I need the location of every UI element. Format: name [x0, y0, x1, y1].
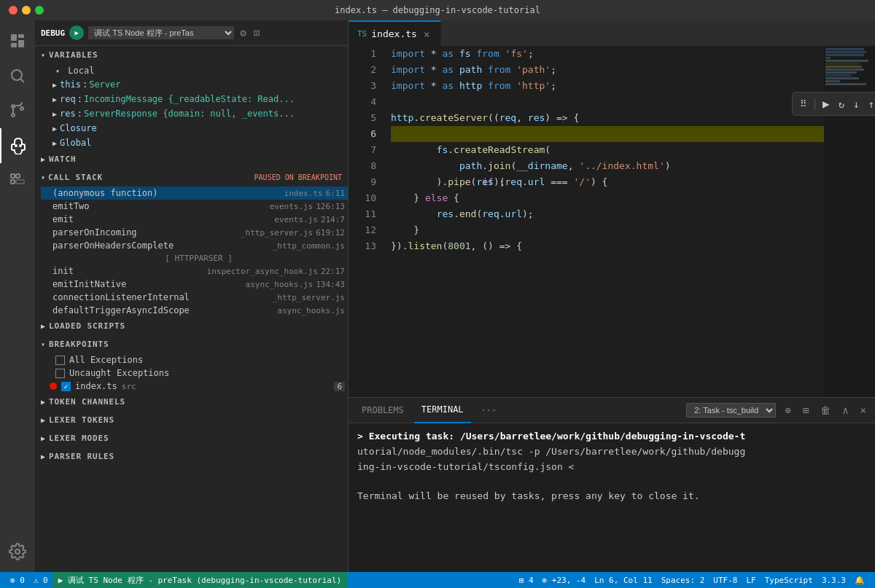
panel-up-icon[interactable]: ∧ — [839, 403, 851, 418]
bp-checkbox-index[interactable]: ✓ — [61, 382, 71, 391]
tab-close-icon[interactable]: × — [421, 28, 432, 41]
stack-item-7[interactable]: connectionListenerInternal _http_server.… — [41, 291, 348, 304]
stack-name-4: parserOnHeadersComplete — [52, 240, 273, 251]
status-debug-session[interactable]: ▶ 调试 TS Node 程序 - preTask (debugging-in-… — [52, 572, 347, 588]
status-warnings[interactable]: ⚠ 0 — [29, 572, 52, 588]
status-files[interactable]: ⊞ 4 — [515, 572, 538, 588]
status-bar: ⊗ 0 ⚠ 0 ▶ 调试 TS Node 程序 - preTask (debug… — [0, 572, 875, 588]
status-spaces[interactable]: Spaces: 2 — [657, 572, 709, 588]
ln-11: 11 — [354, 206, 376, 222]
activity-item-settings[interactable] — [0, 537, 35, 572]
breakpoints-section-header[interactable]: ▾ BREAKPOINTS — [35, 335, 348, 353]
local-header[interactable]: ▾ Local — [41, 64, 348, 77]
parser-rules-header[interactable]: ▶ PARSER RULES — [35, 447, 348, 466]
var-item-global[interactable]: ▶ Global — [41, 136, 348, 150]
stack-item-0[interactable]: (anonymous function) index.ts 6:11 — [41, 187, 348, 200]
code-area[interactable]: import * as fs from 'fs'; import * as pa… — [385, 46, 824, 397]
terminal-task-select[interactable]: 2: Task - tsc_build — [686, 403, 776, 418]
debug-config-select[interactable]: 调试 TS Node 程序 - preTas — [88, 26, 234, 39]
terminal-content[interactable]: > Executing task: /Users/barretlee/work/… — [349, 423, 875, 572]
token-channels-header[interactable]: ▶ TOKEN CHANNELS — [35, 393, 348, 411]
tab-problems[interactable]: PROBLEMS — [354, 398, 411, 423]
close-button[interactable] — [9, 6, 18, 15]
tab-terminal[interactable]: TERMINAL — [414, 398, 471, 423]
stack-item-6[interactable]: emitInitNative async_hooks.js 134:43 — [41, 278, 348, 291]
lexer-modes-header[interactable]: ▶ LEXER MODES — [35, 429, 348, 447]
dfb-menu-icon[interactable]: ⠿ — [798, 97, 809, 111]
debug-play-button[interactable] — [69, 26, 84, 40]
watch-section-header[interactable]: ▶ WATCH — [35, 150, 348, 168]
variables-section-header[interactable]: ▾ VARIABLES — [35, 46, 348, 64]
bp-checkbox-all[interactable] — [55, 356, 65, 365]
stack-line-5: 22:17 — [321, 267, 345, 276]
stack-file-6: async_hooks.js — [246, 280, 314, 289]
bp-item-all-exceptions[interactable]: All Exceptions — [41, 353, 348, 366]
dfb-step-over-icon[interactable]: ↓ — [852, 97, 860, 111]
tab-more-label: ··· — [481, 405, 497, 415]
panel-add-icon[interactable]: ⊕ — [782, 403, 793, 418]
status-ln-col-label: Ln 6, Col 11 — [594, 576, 652, 585]
panel-close-icon[interactable]: × — [858, 403, 869, 418]
status-changes[interactable]: ⊕ +23, -4 — [538, 572, 591, 588]
code-line-9: ).pipe(res); — [391, 174, 824, 190]
status-ln-col[interactable]: Ln 6, Col 11 — [590, 572, 656, 588]
activity-item-git[interactable] — [0, 93, 35, 128]
stack-item-1[interactable]: emitTwo events.js 126:13 — [41, 200, 348, 213]
stack-name-8: defaultTriggerAsyncIdScope — [52, 305, 277, 315]
status-eol[interactable]: LF — [742, 572, 760, 588]
var-item-res[interactable]: ▶ res : ServerResponse {domain: null, _e… — [41, 106, 348, 121]
var-item-closure[interactable]: ▶ Closure — [41, 121, 348, 136]
callstack-toggle[interactable]: ▾ CALL STACK — [41, 173, 103, 182]
ln-3: 3 — [354, 78, 376, 94]
maximize-button[interactable] — [35, 6, 44, 15]
minimize-button[interactable] — [22, 6, 31, 15]
var-item-this[interactable]: ▶ this : Server — [41, 77, 348, 92]
traffic-lights — [9, 6, 44, 15]
panel-split-icon[interactable]: ⊞ — [800, 403, 812, 418]
callstack-arrow: ▾ — [41, 173, 45, 181]
activity-item-debug[interactable] — [0, 128, 35, 163]
activity-item-extensions[interactable] — [0, 163, 35, 198]
var-type-res: ServerResponse {domain: null, _events... — [84, 107, 295, 120]
status-language[interactable]: TypeScript — [761, 572, 817, 588]
loaded-scripts-header[interactable]: ▶ LOADED SCRIPTS — [35, 317, 348, 335]
bp-label-uncaught: Uncaught Exceptions — [69, 368, 169, 378]
stack-item-3[interactable]: parserOnIncoming _http_server.js 619:12 — [41, 226, 348, 239]
dfb-restart-icon[interactable]: ↻ — [837, 97, 846, 111]
var-item-req[interactable]: ▶ req : IncomingMessage {_readableState:… — [41, 92, 348, 106]
status-bell[interactable]: 🔔 — [850, 572, 869, 588]
bp-checkbox-uncaught[interactable] — [55, 369, 65, 378]
status-version[interactable]: 3.3.3 — [817, 572, 850, 588]
local-arrow: ▾ — [55, 67, 60, 75]
stack-name-6: emitInitNative — [52, 279, 246, 289]
status-changes-label: ⊕ +23, -4 — [542, 576, 586, 585]
bp-item-index[interactable]: ✓ index.ts src 6 — [41, 380, 348, 393]
terminal-line-1: > Executing task: /Users/barretlee/work/… — [357, 429, 866, 444]
status-encoding[interactable]: UTF-8 — [709, 572, 742, 588]
debug-more-icon[interactable]: ⊡ — [252, 26, 261, 40]
tab-index-ts[interactable]: TS index.ts × — [349, 20, 441, 46]
dfb-step-up-icon[interactable]: ↑ — [867, 97, 875, 111]
token-channels-title: TOKEN CHANNELS — [49, 397, 125, 407]
ln-5: 5 — [354, 110, 376, 126]
bp-item-uncaught[interactable]: Uncaught Exceptions — [41, 366, 348, 380]
lexer-tokens-header[interactable]: ▶ LEXER TOKENS — [35, 411, 348, 429]
status-spaces-label: Spaces: 2 — [661, 576, 705, 585]
dfb-continue-icon[interactable]: ▶ — [821, 95, 831, 112]
callstack-content: (anonymous function) index.ts 6:11 emitT… — [35, 187, 348, 317]
stack-item-8[interactable]: defaultTriggerAsyncIdScope async_hooks.j… — [41, 304, 348, 317]
tab-more[interactable]: ··· — [474, 398, 505, 423]
stack-item-5[interactable]: init inspector_async_hook.js 22:17 — [41, 264, 348, 278]
stack-file-0: index.ts — [284, 189, 323, 198]
tab-label: index.ts — [371, 28, 417, 39]
panel-trash-icon[interactable]: 🗑 — [817, 403, 833, 418]
status-errors[interactable]: ⊗ 0 — [6, 572, 29, 588]
stack-item-2[interactable]: emit events.js 214:7 — [41, 213, 348, 226]
var-name-global: Global — [60, 136, 91, 149]
activity-item-search[interactable] — [0, 58, 35, 93]
stack-item-4[interactable]: parserOnHeadersComplete _http_common.js — [41, 239, 348, 252]
activity-item-explorer[interactable] — [0, 23, 35, 58]
debug-gear-icon[interactable]: ⚙ — [238, 26, 247, 40]
code-line-11: res.end(req.url); — [391, 206, 824, 222]
activity-bar — [0, 20, 35, 572]
